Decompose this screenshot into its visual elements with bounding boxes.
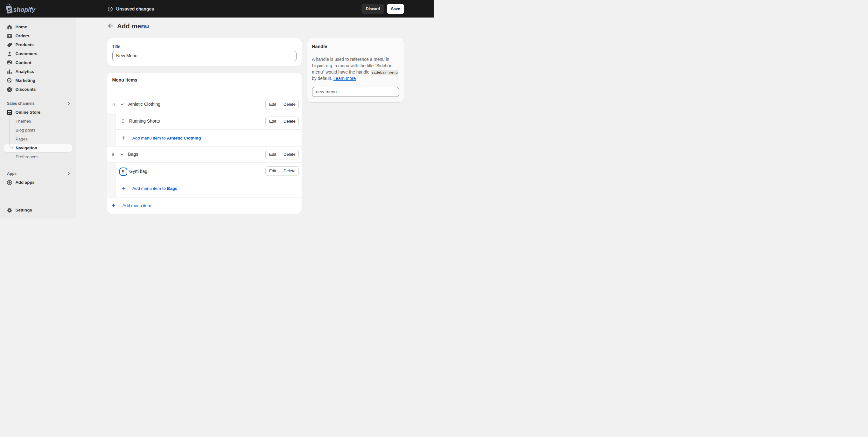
svg-text:S: S (7, 7, 11, 13)
svg-text:shopify: shopify (13, 6, 36, 13)
